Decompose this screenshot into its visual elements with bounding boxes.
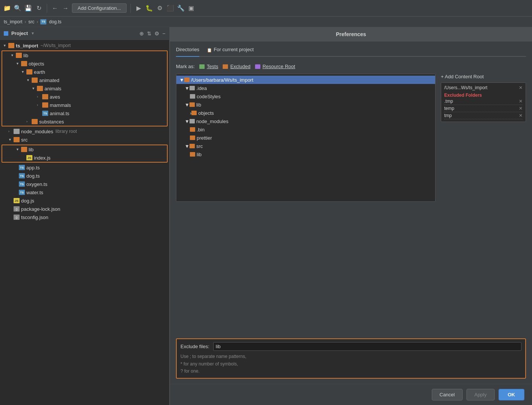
dialog-title: Preferences	[170, 27, 532, 41]
list-item[interactable]: ▼ lib	[2, 145, 167, 154]
breadcrumb: ts_import › src › TS dog.ts	[0, 17, 532, 27]
list-item[interactable]: ▼ src	[0, 136, 169, 144]
dir-tree-item[interactable]: lib	[176, 150, 435, 158]
exclude-files-input[interactable]	[213, 342, 521, 351]
panel-header-icons: ⊕ ⇅ ⚙ −	[139, 30, 165, 37]
excluded-button[interactable]: Excluded	[223, 64, 250, 69]
remove-excluded-icon[interactable]: ✕	[519, 99, 523, 104]
remove-excluded-icon[interactable]: ✕	[519, 113, 523, 118]
run-icon[interactable]: ▶	[135, 4, 143, 12]
save-icon[interactable]: 💾	[24, 4, 32, 12]
list-item[interactable]: ▼ lib	[2, 51, 167, 59]
list-item[interactable]: ▼ animals	[2, 84, 167, 93]
panel-settings-icon[interactable]: ⚙	[154, 30, 159, 37]
list-item[interactable]: ▼ animated	[2, 76, 167, 84]
content-root-box: /Users...Ws/ts_import ✕ Excluded Folders…	[441, 82, 526, 122]
arrow: ▼	[185, 102, 190, 108]
arrow: ▼	[185, 143, 190, 149]
apply-button[interactable]: Apply	[466, 389, 495, 400]
folder-icon	[190, 152, 195, 157]
ts-file-icon: TS	[19, 173, 25, 178]
list-item[interactable]: › aves	[2, 93, 167, 101]
folder-icon	[42, 102, 48, 108]
debug-icon[interactable]: 🐛	[145, 4, 153, 12]
dir-tree-item[interactable]: ▼ /Users/barbara/Ws/ts_import	[176, 76, 435, 84]
panel-minimize-icon[interactable]: −	[162, 30, 165, 37]
ok-button[interactable]: OK	[498, 389, 525, 400]
dir-tree-item[interactable]: › objects	[176, 109, 435, 117]
list-item[interactable]: TS dog.ts	[0, 172, 169, 180]
js-file-icon: JS	[26, 155, 32, 160]
panel-filter-icon[interactable]: ⇅	[147, 30, 151, 37]
toolbar: 📁 🔍 💾 ↻ ← → Add Configuration... ▶ 🐛 ⚙ ⬛…	[0, 0, 532, 17]
file-ts-icon: TS	[40, 19, 46, 24]
close-content-root-icon[interactable]: ✕	[519, 85, 523, 90]
breadcrumb-part-3[interactable]: dog.ts	[49, 19, 61, 24]
tree-root[interactable]: ▼ ts_import ~/Ws/ts_import	[0, 41, 169, 50]
back-icon[interactable]: ←	[51, 4, 59, 12]
item-label: substances	[39, 119, 64, 125]
arrow: ▼	[16, 62, 21, 65]
remove-excluded-icon[interactable]: ✕	[519, 106, 523, 111]
panel-dropdown-icon[interactable]: ▼	[31, 31, 35, 35]
item-label: animated	[39, 78, 59, 83]
item-label: objects	[29, 61, 44, 67]
panel-add-icon[interactable]: ⊕	[139, 30, 144, 37]
item-label: node_modules	[21, 129, 53, 134]
dir-tree-item[interactable]: ▼ node_modules	[176, 117, 435, 125]
cancel-button[interactable]: Cancel	[432, 389, 463, 400]
dir-tree-item[interactable]: prettier	[176, 134, 435, 142]
list-item[interactable]: TS oxygen.ts	[0, 180, 169, 188]
profile-icon[interactable]: ⚙	[156, 4, 164, 12]
search-icon[interactable]: 🔍	[14, 4, 22, 12]
item-label: app.ts	[26, 165, 40, 171]
list-item[interactable]: ▼ objects	[2, 59, 167, 68]
tab-current-project[interactable]: For current project	[214, 47, 254, 54]
project-tree: ▼ ts_import ~/Ws/ts_import ▼ lib ▼ objec…	[0, 40, 169, 405]
breadcrumb-part-2[interactable]: src	[28, 19, 34, 24]
folder-icon[interactable]: 📁	[3, 4, 11, 12]
dir-tree-item[interactable]: ▼ src	[176, 142, 435, 150]
item-label: dog.js	[21, 198, 34, 204]
project-panel: Project ▼ ⊕ ⇅ ⚙ − ▼ ts_import ~/Ws/ts_im…	[0, 27, 170, 405]
layout-icon[interactable]: ▣	[187, 4, 196, 12]
ts-file-icon: TS	[19, 190, 25, 195]
add-content-root-button[interactable]: + Add Content Root	[441, 74, 526, 79]
list-item[interactable]: › substances	[2, 117, 167, 126]
tests-folder-icon	[199, 64, 205, 69]
dir-tree-item[interactable]: codeStyles	[176, 92, 435, 100]
folder-icon	[37, 86, 43, 91]
excluded-name: temp	[444, 106, 454, 111]
tests-button[interactable]: Tests	[199, 64, 218, 69]
arrow: ›	[26, 120, 32, 123]
arrow: ▼	[185, 119, 190, 124]
list-item[interactable]: {} tsconfig.json	[0, 213, 169, 221]
panel-header: Project ▼ ⊕ ⇅ ⚙ −	[0, 27, 169, 40]
root-label: ts_import	[16, 43, 38, 49]
item-label: index.js	[34, 155, 50, 161]
list-item[interactable]: JS index.js	[2, 154, 167, 162]
list-item[interactable]: TS water.ts	[0, 188, 169, 196]
list-item[interactable]: {} package-lock.json	[0, 205, 169, 213]
list-item[interactable]: TS app.ts	[0, 163, 169, 172]
stop-icon[interactable]: ⬛	[166, 4, 174, 12]
forward-icon[interactable]: →	[61, 4, 70, 12]
tab-directories[interactable]: Directories	[176, 47, 199, 57]
list-item[interactable]: ▼ earth	[2, 68, 167, 76]
dir-tree-item[interactable]: ▼ lib	[176, 100, 435, 109]
wrench-icon[interactable]: 🔧	[177, 4, 185, 12]
refresh-icon[interactable]: ↻	[35, 4, 43, 12]
arrow: ▼	[8, 138, 14, 142]
list-item[interactable]: › mammals	[2, 101, 167, 109]
dialog-body: Directories 📋 For current project Mark a…	[170, 41, 532, 384]
breadcrumb-part-1[interactable]: ts_import	[4, 19, 22, 24]
list-item[interactable]: JS dog.js	[0, 196, 169, 205]
preferences-dialog: Preferences Directories 📋 For current pr…	[170, 27, 532, 405]
add-configuration-button[interactable]: Add Configuration...	[72, 3, 127, 13]
list-item[interactable]: › node_modules library root	[0, 127, 169, 136]
dir-tree-item[interactable]: ▼ .idea	[176, 84, 435, 92]
resource-root-button[interactable]: Resource Root	[255, 64, 295, 69]
list-item[interactable]: TS animal.ts	[2, 109, 167, 117]
ts-file-icon: TS	[42, 111, 48, 116]
dir-tree-item[interactable]: .bin	[176, 125, 435, 134]
